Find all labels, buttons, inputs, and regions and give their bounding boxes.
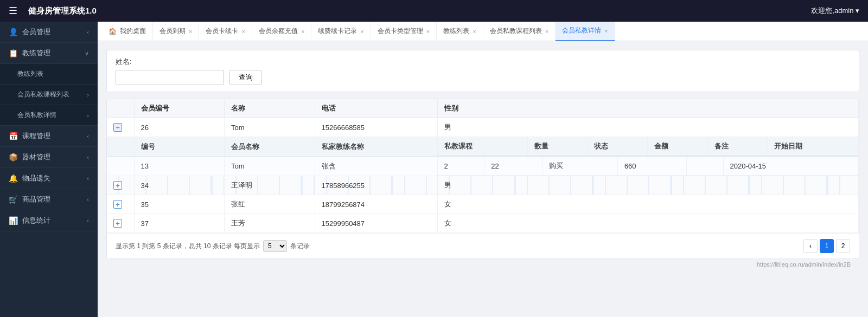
app-title: 健身房管理系统1.0 bbox=[28, 6, 97, 16]
menu-toggle-icon[interactable]: ☰ bbox=[9, 5, 17, 17]
sidebar-item-member-private[interactable]: 会员私教课程列表 › bbox=[0, 85, 98, 105]
sidebar-goods-label: 商品管理 bbox=[22, 195, 50, 204]
tab-close-active-icon[interactable]: × bbox=[604, 28, 608, 34]
sidebar-member-private-label: 会员私教课程列表 bbox=[17, 90, 69, 99]
cell-gender: 男 bbox=[437, 118, 858, 137]
sub-td-status: 购买 bbox=[542, 157, 617, 176]
expand-button[interactable]: + bbox=[113, 181, 122, 190]
member-private-chevron: › bbox=[87, 92, 89, 98]
member-icon: 👤 bbox=[9, 28, 18, 36]
cell-member-id: 37 bbox=[134, 214, 225, 233]
lost-icon: 🔔 bbox=[9, 174, 18, 183]
page-body: 姓名: 查询 会员编号 名称 电话 性别 bbox=[98, 41, 868, 279]
tab-close-icon[interactable]: × bbox=[189, 28, 192, 35]
sidebar-stats-label: 信息统计 bbox=[22, 216, 50, 225]
sidebar-item-stats[interactable]: 📊 信息统计 ‹ bbox=[0, 210, 98, 231]
page-2-button[interactable]: 2 bbox=[836, 239, 850, 253]
tab-close-icon[interactable]: × bbox=[426, 28, 430, 35]
page-size-select[interactable]: 5 10 20 bbox=[263, 240, 287, 252]
sub-td-date: 2020-04-15 bbox=[723, 157, 858, 176]
table-row: + 35 张红 18799256874 女 bbox=[107, 195, 859, 214]
th-name: 名称 bbox=[225, 99, 315, 118]
sub-td-rest: 2 22 购买 660 2020-04-15 bbox=[437, 157, 858, 176]
sub-th-remark: 备注 bbox=[707, 137, 768, 156]
collapse-button[interactable]: − bbox=[113, 123, 122, 132]
sidebar-member-private-detail-label: 会员私教详情 bbox=[17, 111, 56, 120]
prev-page-button[interactable]: ‹ bbox=[803, 239, 818, 253]
sidebar-item-member-private-detail[interactable]: 会员私教详情 › bbox=[0, 105, 98, 126]
tab-close-icon[interactable]: × bbox=[545, 28, 548, 35]
sub-td-count: 22 bbox=[484, 157, 542, 176]
sidebar-item-trainer-list[interactable]: 教练列表 bbox=[0, 64, 98, 85]
sidebar-item-lost[interactable]: 🔔 物品遗失 ‹ bbox=[0, 168, 98, 189]
expand-button[interactable]: + bbox=[113, 219, 122, 228]
sub-th-amount: 金额 bbox=[647, 137, 707, 156]
sub-th-spacer bbox=[107, 137, 134, 157]
cell-phone: 15266668585 bbox=[315, 118, 437, 137]
sidebar-equipment-label: 器材管理 bbox=[22, 152, 50, 162]
cell-gender: 女 bbox=[437, 195, 858, 214]
table-header-row: 会员编号 名称 电话 性别 bbox=[107, 99, 859, 118]
th-phone: 电话 bbox=[315, 99, 437, 118]
equipment-chevron: ‹ bbox=[87, 154, 89, 160]
cell-name: 王芳 bbox=[225, 214, 315, 233]
sub-td-amount: 660 bbox=[617, 157, 686, 176]
page-1-button[interactable]: 1 bbox=[820, 239, 834, 253]
sub-th-course: 私教课程 bbox=[438, 137, 528, 156]
pagination-text: 显示第 1 到第 5 条记录，总共 10 条记录 每页显示 bbox=[116, 242, 260, 251]
cell-member-id: 26 bbox=[134, 118, 225, 137]
th-expand bbox=[107, 99, 134, 118]
tab-private-detail[interactable]: 会员私教详情 × bbox=[556, 22, 615, 41]
sidebar-item-member[interactable]: 👤 会员管理 ‹ bbox=[0, 22, 98, 43]
search-input[interactable] bbox=[116, 70, 224, 85]
sub-th-member-name: 会员名称 bbox=[225, 137, 315, 157]
cell-gender: 男 bbox=[437, 176, 858, 195]
top-header: ☰ 健身房管理系统1.0 欢迎您,admin ▾ bbox=[0, 0, 868, 22]
lost-chevron: ‹ bbox=[87, 175, 89, 182]
trainer-icon: 📋 bbox=[9, 49, 18, 57]
sidebar-trainer-sub: 教练列表 会员私教课程列表 › 会员私教详情 › bbox=[0, 64, 98, 126]
sub-table-header-row: 编号 会员名称 私家教练名称 私教课程 数量 状态 金额 备注 bbox=[107, 137, 859, 157]
member-private-detail-chevron: › bbox=[87, 112, 89, 119]
tab-close-icon[interactable]: × bbox=[473, 28, 476, 35]
search-row: 查询 bbox=[116, 70, 850, 85]
tab-card-type[interactable]: 会员卡类型管理 × bbox=[371, 22, 437, 41]
main-content: 🏠 我的桌面 会员到期 × 会员卡续卡 × 会员余额充值 × 续费续卡记录 × … bbox=[98, 22, 868, 317]
expand-cell[interactable]: − bbox=[107, 118, 134, 137]
stats-icon: 📊 bbox=[9, 216, 18, 225]
sidebar-item-goods[interactable]: 🛒 商品管理 ‹ bbox=[0, 189, 98, 210]
sub-th-date: 开始日期 bbox=[768, 137, 858, 156]
goods-chevron: ‹ bbox=[87, 196, 89, 203]
cell-phone: 17858966255 bbox=[315, 176, 437, 195]
user-welcome[interactable]: 欢迎您,admin ▾ bbox=[811, 6, 859, 16]
tab-trainer-list[interactable]: 教练列表 × bbox=[437, 22, 483, 41]
sub-td-spacer bbox=[107, 157, 134, 176]
tab-private-course-list[interactable]: 会员私教课程列表 × bbox=[483, 22, 556, 41]
expand-cell[interactable]: + bbox=[107, 214, 134, 233]
stats-chevron: ‹ bbox=[87, 217, 89, 224]
expand-cell[interactable]: + bbox=[107, 176, 134, 195]
course-chevron: ‹ bbox=[87, 133, 89, 139]
pagination-info: 显示第 1 到第 5 条记录，总共 10 条记录 每页显示 5 10 20 条记… bbox=[116, 240, 310, 252]
sidebar-item-trainer[interactable]: 📋 教练管理 ∨ bbox=[0, 43, 98, 64]
sub-table-row: 13 Tom 张含 2 22 购买 660 bbox=[107, 157, 859, 176]
expand-button[interactable]: + bbox=[113, 200, 122, 209]
tab-close-icon[interactable]: × bbox=[301, 28, 304, 35]
th-gender: 性别 bbox=[437, 99, 858, 118]
search-button[interactable]: 查询 bbox=[229, 70, 262, 85]
tab-renew-record[interactable]: 续费续卡记录 × bbox=[311, 22, 371, 41]
tab-close-icon[interactable]: × bbox=[360, 28, 363, 35]
sub-th-rest: 私教课程 数量 状态 金额 备注 开始日期 bbox=[437, 137, 858, 157]
tab-member-expire[interactable]: 会员到期 × bbox=[153, 22, 199, 41]
sidebar-item-equipment[interactable]: 📦 器材管理 ‹ bbox=[0, 147, 98, 168]
sidebar-item-course[interactable]: 📅 课程管理 ‹ bbox=[0, 126, 98, 147]
cell-phone: 15299950487 bbox=[315, 214, 437, 233]
tab-close-icon[interactable]: × bbox=[241, 28, 245, 35]
tab-home[interactable]: 🏠 我的桌面 bbox=[102, 22, 153, 41]
tab-member-renew[interactable]: 会员卡续卡 × bbox=[199, 22, 252, 41]
tab-member-recharge[interactable]: 会员余额充值 × bbox=[252, 22, 311, 41]
search-section: 姓名: 查询 bbox=[106, 50, 859, 92]
cell-name: 张红 bbox=[225, 195, 315, 214]
expand-cell[interactable]: + bbox=[107, 195, 134, 214]
tab-bar: 🏠 我的桌面 会员到期 × 会员卡续卡 × 会员余额充值 × 续费续卡记录 × … bbox=[98, 22, 868, 41]
